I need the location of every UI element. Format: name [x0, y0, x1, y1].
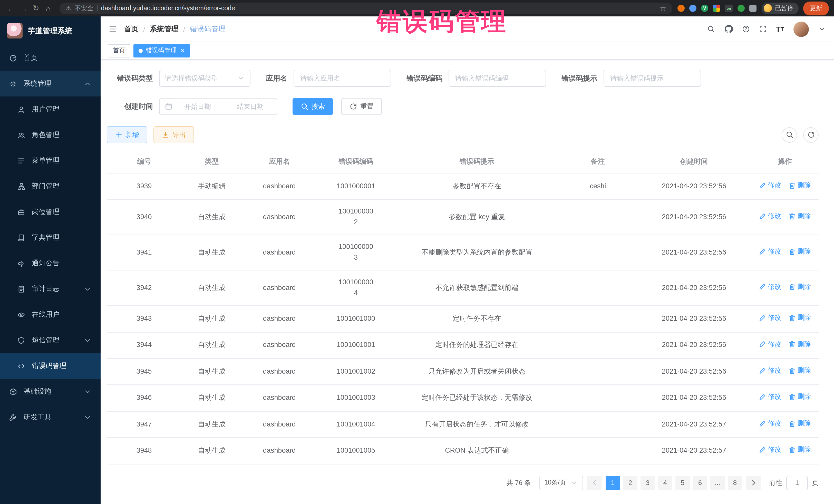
show-search-button[interactable]: [782, 127, 797, 143]
extension-icon[interactable]: [678, 5, 685, 12]
page-button-8[interactable]: 8: [728, 476, 742, 490]
help-icon[interactable]: [742, 25, 750, 33]
font-size-icon[interactable]: TT: [776, 25, 784, 33]
cell-id: 3944: [107, 332, 181, 358]
sidebar-item-system[interactable]: 系统管理: [0, 71, 101, 96]
page-button-3[interactable]: 3: [640, 476, 655, 490]
sidebar-item-dict[interactable]: 字典管理: [0, 225, 101, 250]
extension-icon[interactable]: on: [725, 5, 733, 12]
sidebar-item-menu[interactable]: 菜单管理: [0, 148, 101, 174]
refresh-table-button[interactable]: [803, 127, 819, 143]
page-button-2[interactable]: 2: [623, 476, 637, 490]
page-button-1[interactable]: 1: [606, 476, 620, 490]
sidebar-toggle[interactable]: [109, 25, 116, 33]
page-button-4[interactable]: 4: [658, 476, 672, 490]
cell-code: 1001000001: [317, 173, 395, 200]
search-button[interactable]: 搜索: [292, 98, 333, 115]
tag-item[interactable]: 首页: [108, 44, 130, 57]
sidebar-item-dev-tools[interactable]: 研发工具: [0, 404, 101, 430]
edit-link[interactable]: 修改: [759, 418, 781, 429]
profile-paused-chip[interactable]: 已暂停: [762, 2, 798, 14]
app-name-input[interactable]: [293, 70, 391, 87]
next-page-button[interactable]: [746, 476, 761, 490]
breadcrumb-item[interactable]: 系统管理: [150, 24, 179, 34]
sidebar-item-online-user[interactable]: 在线用户: [0, 302, 101, 327]
back-button[interactable]: ←: [5, 4, 18, 13]
fullscreen-icon[interactable]: [759, 25, 767, 33]
delete-link[interactable]: 删除: [788, 312, 811, 323]
extension-icon[interactable]: V: [701, 5, 708, 12]
goto-page-input[interactable]: [786, 476, 808, 490]
delete-link[interactable]: 删除: [788, 246, 811, 257]
cell-type: 自动生成: [181, 306, 242, 332]
edit-link[interactable]: 修改: [759, 339, 781, 349]
edit-link[interactable]: 修改: [759, 211, 781, 221]
reset-button[interactable]: 重置: [341, 98, 382, 115]
sidebar-item-post[interactable]: 岗位管理: [0, 199, 101, 225]
delete-link[interactable]: 删除: [788, 339, 811, 349]
tools-icon: [9, 413, 18, 421]
pager-ellipsis[interactable]: ...: [710, 476, 725, 490]
reload-button[interactable]: ↻: [30, 4, 42, 13]
bookmark-star-icon[interactable]: ☆: [660, 4, 666, 12]
sidebar-item-user[interactable]: 用户管理: [0, 96, 101, 122]
sidebar-item-role[interactable]: 角色管理: [0, 122, 101, 148]
table-row: 3944自动生成dashboard1001001001定时任务的处理器已经存在2…: [107, 332, 819, 358]
extensions-puzzle-icon[interactable]: [749, 5, 756, 12]
extension-icon[interactable]: [738, 5, 745, 12]
export-button[interactable]: 导出: [153, 126, 194, 143]
range-separator: -: [223, 103, 225, 110]
forward-button[interactable]: →: [18, 4, 30, 13]
extension-icon[interactable]: [713, 5, 720, 12]
sidebar-item-label: 研发工具: [24, 413, 51, 422]
page-button-6[interactable]: 6: [693, 476, 707, 490]
caret-down-icon[interactable]: [818, 25, 826, 33]
breadcrumb-item[interactable]: 首页: [124, 24, 138, 34]
edit-link[interactable]: 修改: [759, 180, 781, 191]
edit-link[interactable]: 修改: [759, 366, 781, 376]
sidebar-item-infra[interactable]: 基础设施: [0, 379, 101, 404]
github-icon[interactable]: [724, 25, 733, 34]
add-button[interactable]: 新增: [107, 126, 147, 143]
page-button-5[interactable]: 5: [675, 476, 690, 490]
app-logo[interactable]: 芋道管理系统: [0, 17, 101, 45]
update-button[interactable]: 更新: [803, 1, 829, 15]
delete-link[interactable]: 删除: [788, 282, 811, 292]
sidebar-item-home[interactable]: 首页: [0, 45, 101, 71]
tag-active[interactable]: 错误码管理×: [133, 44, 190, 57]
search-icon[interactable]: [707, 25, 715, 33]
edit-link[interactable]: 修改: [759, 392, 781, 402]
column-header: 错误码提示: [395, 150, 559, 173]
edit-link[interactable]: 修改: [759, 246, 781, 257]
delete-link[interactable]: 删除: [788, 366, 811, 376]
delete-link[interactable]: 删除: [788, 180, 811, 191]
sidebar-item-error-code[interactable]: 错误码管理: [0, 353, 101, 379]
sidebar-item-notice[interactable]: 通知公告: [0, 250, 101, 276]
page-size-select[interactable]: 10条/页: [539, 476, 583, 490]
delete-link[interactable]: 删除: [788, 445, 811, 455]
date-range-picker[interactable]: 开始日期 - 结束日期: [159, 98, 277, 115]
edit-link[interactable]: 修改: [759, 445, 781, 455]
extension-icon[interactable]: [689, 5, 697, 12]
edit-link[interactable]: 修改: [759, 282, 781, 292]
extensions-area: V on: [678, 5, 756, 12]
sidebar-item-dept[interactable]: 部门管理: [0, 174, 101, 199]
error-code-input[interactable]: [448, 70, 546, 87]
column-header: 操作: [751, 150, 819, 173]
chevron-down-icon: [570, 479, 578, 487]
sidebar-item-audit-log[interactable]: 审计日志: [0, 276, 101, 302]
prev-page-button[interactable]: [587, 476, 601, 490]
sidebar-item-sms[interactable]: 短信管理: [0, 327, 101, 353]
error-hint-input[interactable]: [603, 70, 701, 87]
error-type-select[interactable]: 请选择错误码类型: [159, 70, 250, 87]
cell-remark: [559, 235, 637, 270]
delete-link[interactable]: 删除: [788, 211, 811, 221]
plus-icon: [115, 131, 123, 138]
close-icon[interactable]: ×: [181, 47, 184, 54]
home-button[interactable]: ⌂: [42, 4, 54, 13]
delete-link[interactable]: 删除: [788, 418, 811, 429]
delete-link[interactable]: 删除: [788, 392, 811, 402]
address-bar[interactable]: ⚠ 不安全 dashboard.yudao.iocoder.cn/system/…: [60, 2, 672, 14]
user-avatar[interactable]: [793, 21, 809, 37]
edit-link[interactable]: 修改: [759, 312, 781, 323]
